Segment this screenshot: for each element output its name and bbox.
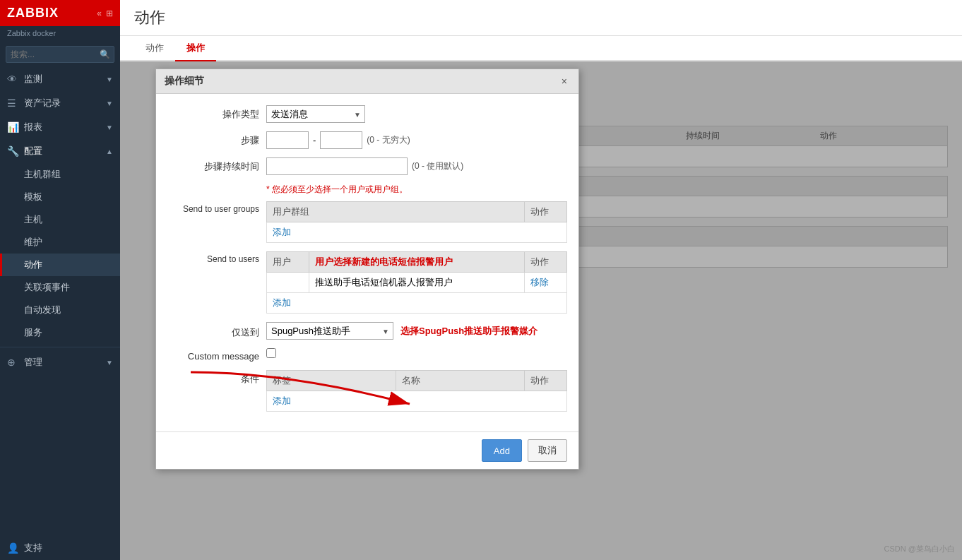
only-to-label: 仅送到 xyxy=(167,323,259,339)
step-duration-modal-label: 步骤持续时间 xyxy=(167,157,259,173)
groups-add-row: 添加 xyxy=(267,222,567,243)
modal-footer: Add 取消 xyxy=(156,431,578,469)
sidebar-bottom: 👤 支持 xyxy=(0,536,120,560)
sidebar-item-discovery[interactable]: 自动发现 xyxy=(0,299,120,321)
bottom-label: 支持 xyxy=(24,542,113,554)
admin-label: 管理 xyxy=(24,356,100,369)
sidebar-item-monitoring[interactable]: 👁 监测 ▼ xyxy=(0,67,120,91)
sidebar-item-bottom[interactable]: 👤 支持 xyxy=(0,536,120,560)
custom-message-row: Custom message xyxy=(167,348,567,362)
user-remove-link[interactable]: 移除 xyxy=(530,277,549,287)
modal-cancel-button[interactable]: 取消 xyxy=(528,439,567,462)
sidebar-item-maintenance[interactable]: 维护 xyxy=(0,231,120,254)
op-type-label: 操作类型 xyxy=(167,105,259,121)
chevron-down-icon-reports: ▼ xyxy=(106,124,113,131)
conditions-add-link[interactable]: 添加 xyxy=(273,395,291,406)
chevron-down-icon-admin: ▼ xyxy=(106,359,113,367)
conditions-table: 标签 名称 动作 添加 xyxy=(266,370,567,412)
step-duration-modal-control: 0 (0 - 使用默认) xyxy=(266,157,567,175)
send-to-groups-label: Send to user groups xyxy=(167,201,259,214)
groups-table: 用户群组 动作 添加 xyxy=(266,201,567,243)
cond-col-action: 动作 xyxy=(525,371,567,391)
users-col-action: 动作 xyxy=(525,252,567,273)
sidebar-item-actions[interactable]: 动作 xyxy=(0,254,120,276)
app-subtitle: Zabbix docker xyxy=(0,26,120,42)
custom-message-label: Custom message xyxy=(167,348,259,362)
corr-events-label: 关联项事件 xyxy=(24,281,70,294)
modal-dialog: 操作细节 × 操作类型 发送消息 xyxy=(155,68,579,470)
sidebar-item-admin[interactable]: ⊕ 管理 ▼ xyxy=(0,350,120,374)
monitoring-label: 监测 xyxy=(24,73,100,85)
cond-col-tag: 标签 xyxy=(267,371,396,391)
op-type-select-wrap: 发送消息 xyxy=(266,105,365,123)
zabbix-logo: ZABBIX xyxy=(7,6,59,20)
config-label: 配置 xyxy=(24,145,100,157)
only-to-row: 仅送到 SpugPush推送助手 选择SpugPush推送助手报警媒介 xyxy=(167,322,567,340)
wrench-icon: 🔧 xyxy=(7,145,18,157)
op-type-select[interactable]: 发送消息 xyxy=(266,105,365,123)
send-to-users-row: Send to users 用户 用户选择新建的电话短信报警用户 动作 xyxy=(167,251,567,314)
step-to-input[interactable]: 1 xyxy=(320,131,362,149)
only-to-annotation: 选择SpugPush推送助手报警媒介 xyxy=(400,325,538,338)
sidebar-item-host-groups[interactable]: 主机群组 xyxy=(0,163,120,186)
step-duration-modal-input[interactable]: 0 xyxy=(266,157,408,175)
chart-icon: 📊 xyxy=(7,121,18,133)
only-to-select-wrap: SpugPush推送助手 xyxy=(266,322,393,340)
sidebar-item-assets[interactable]: ☰ 资产记录 ▼ xyxy=(0,91,120,115)
templates-label: 模板 xyxy=(24,191,42,203)
step-duration-hint: (0 - 使用默认) xyxy=(412,160,463,172)
modal-title: 操作细节 xyxy=(165,75,204,88)
users-add-link[interactable]: 添加 xyxy=(273,297,291,308)
groups-add-link[interactable]: 添加 xyxy=(273,227,291,237)
chevron-up-icon: ▲ xyxy=(106,148,113,155)
main-content: 动作 动作 操作 默认操作步骤持续时间 1h 暂停操作以制止问题 操作 步骤 细… xyxy=(120,0,962,560)
step-row: 步骤 1 - 1 (0 - 无穷大) xyxy=(167,131,567,149)
sidebar-item-templates[interactable]: 模板 xyxy=(0,186,120,208)
conditions-control: 标签 名称 动作 添加 xyxy=(266,370,567,412)
custom-message-checkbox[interactable] xyxy=(266,348,276,358)
expand-icon[interactable]: ⊞ xyxy=(106,8,113,18)
step-control: 1 - 1 (0 - 无穷大) xyxy=(266,131,567,149)
search-input[interactable] xyxy=(6,46,114,63)
sidebar-item-hosts[interactable]: 主机 xyxy=(0,208,120,231)
sidebar-header-icons: « ⊞ xyxy=(97,8,113,18)
custom-message-control xyxy=(266,348,567,360)
admin-icon: ⊕ xyxy=(7,357,18,368)
users-col-user: 用户 xyxy=(267,252,309,273)
sidebar-item-config[interactable]: 🔧 配置 ▲ xyxy=(0,139,120,163)
send-to-users-control: 用户 用户选择新建的电话短信报警用户 动作 推 xyxy=(266,251,567,314)
users-add-row: 添加 xyxy=(267,293,567,314)
modal-close-button[interactable]: × xyxy=(559,76,570,87)
step-from-input[interactable]: 1 xyxy=(266,131,309,149)
op-type-control: 发送消息 xyxy=(266,105,567,123)
user-row-label-cell xyxy=(267,273,309,293)
users-table: 用户 用户选择新建的电话短信报警用户 动作 推 xyxy=(266,251,567,314)
services-label: 服务 xyxy=(24,326,42,339)
eye-icon: 👁 xyxy=(7,73,18,85)
step-duration-modal-row: 步骤持续时间 0 (0 - 使用默认) xyxy=(167,157,567,175)
only-to-control: SpugPush推送助手 选择SpugPush推送助手报警媒介 xyxy=(266,322,567,340)
page-header: 动作 xyxy=(120,0,962,36)
send-to-users-label: Send to users xyxy=(167,251,259,264)
sidebar-item-corr-events[interactable]: 关联项事件 xyxy=(0,276,120,299)
reports-label: 报表 xyxy=(24,121,100,133)
host-groups-label: 主机群组 xyxy=(24,168,61,181)
modal-header: 操作细节 × xyxy=(156,69,578,94)
user-icon: 👤 xyxy=(7,542,18,554)
step-separator: - xyxy=(313,135,316,145)
conditions-label: 条件 xyxy=(167,370,259,386)
groups-col-name: 用户群组 xyxy=(267,202,525,222)
sidebar-item-reports[interactable]: 📊 报表 ▼ xyxy=(0,115,120,139)
conditions-add-row: 添加 xyxy=(267,391,567,412)
chevron-down-icon-assets: ▼ xyxy=(106,100,113,107)
sidebar-search-area: 🔍 xyxy=(0,42,120,67)
tab-actions[interactable]: 动作 xyxy=(134,36,175,61)
cond-col-name: 名称 xyxy=(396,371,525,391)
only-to-select[interactable]: SpugPush推送助手 xyxy=(266,322,393,340)
hosts-label: 主机 xyxy=(24,213,42,226)
tab-operations[interactable]: 操作 xyxy=(175,36,216,61)
send-to-groups-control: 用户群组 动作 添加 xyxy=(266,201,567,243)
collapse-icon[interactable]: « xyxy=(97,8,102,18)
modal-add-button[interactable]: Add xyxy=(482,439,522,462)
sidebar-item-services[interactable]: 服务 xyxy=(0,321,120,344)
